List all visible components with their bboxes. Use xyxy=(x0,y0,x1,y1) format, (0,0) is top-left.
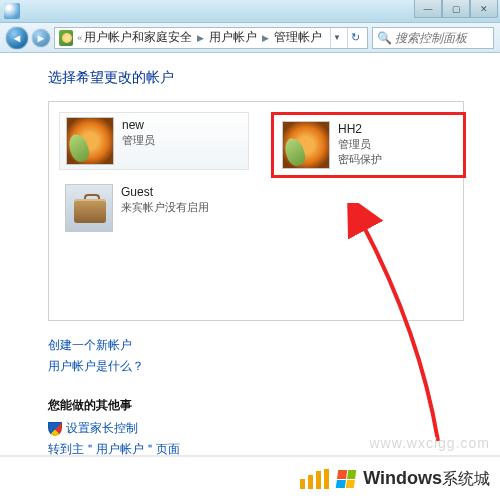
whatis-account-link[interactable]: 用户帐户是什么？ xyxy=(48,358,464,375)
footer-branding: Windows系统城 xyxy=(0,455,500,501)
account-role: 来宾帐户没有启用 xyxy=(121,200,209,215)
account-tile-guest[interactable]: Guest 来宾帐户没有启用 xyxy=(59,180,249,236)
account-tile-new[interactable]: new 管理员 xyxy=(59,112,249,170)
footer-brand-rest: 系统城 xyxy=(442,470,490,487)
watermark-text: www.wxclgg.com xyxy=(369,435,490,451)
content-pane: 选择希望更改的帐户 new 管理员 Guest 来宾帐户没有启用 HH2 管理员… xyxy=(0,53,500,501)
chevron-right-icon: ▶ xyxy=(259,33,272,43)
navigation-toolbar: ◄ ► « 用户帐户和家庭安全 ▶ 用户帐户 ▶ 管理帐户 ▼ ↻ 🔍 xyxy=(0,23,500,53)
shield-icon xyxy=(48,422,62,436)
accounts-panel: new 管理员 Guest 来宾帐户没有启用 HH2 管理员 密码保护 xyxy=(48,101,464,321)
account-text: Guest 来宾帐户没有启用 xyxy=(121,184,209,215)
account-tile-hh2[interactable]: HH2 管理员 密码保护 xyxy=(271,112,466,178)
refresh-button[interactable]: ↻ xyxy=(347,28,363,48)
search-input[interactable] xyxy=(395,31,489,45)
parental-control-link[interactable]: 设置家长控制 xyxy=(66,420,138,437)
footer-brand-bold: Windows xyxy=(363,468,442,488)
close-button[interactable]: ✕ xyxy=(470,0,498,18)
windows-logo-icon xyxy=(336,470,357,488)
account-role: 管理员 xyxy=(122,133,155,148)
nav-back-button[interactable]: ◄ xyxy=(6,27,28,49)
window-controls: — ▢ ✕ xyxy=(414,0,498,18)
account-text: HH2 管理员 密码保护 xyxy=(338,121,382,167)
address-dropdown-button[interactable]: ▼ xyxy=(330,28,343,48)
footer-bars-icon xyxy=(300,469,329,489)
breadcrumb[interactable]: « 用户帐户和家庭安全 ▶ 用户帐户 ▶ 管理帐户 xyxy=(77,29,322,46)
account-pwd: 密码保护 xyxy=(338,152,382,167)
crumb-sep-left: « xyxy=(77,33,82,43)
window-titlebar: — ▢ ✕ xyxy=(0,0,500,23)
search-box[interactable]: 🔍 xyxy=(372,27,494,49)
maximize-button[interactable]: ▢ xyxy=(442,0,470,18)
create-account-link[interactable]: 创建一个新帐户 xyxy=(48,337,464,354)
account-name: new xyxy=(122,117,155,133)
footer-brand-text: Windows系统城 xyxy=(363,468,490,490)
account-text: new 管理员 xyxy=(122,117,155,148)
other-things-title: 您能做的其他事 xyxy=(48,397,464,414)
avatar-flower-icon xyxy=(282,121,330,169)
crumb-2[interactable]: 用户帐户 xyxy=(209,29,257,46)
extra-links: 创建一个新帐户 用户帐户是什么？ xyxy=(48,337,464,375)
crumb-3[interactable]: 管理帐户 xyxy=(274,29,322,46)
avatar-suitcase-icon xyxy=(65,184,113,232)
account-name: Guest xyxy=(121,184,209,200)
avatar-flower-icon xyxy=(66,117,114,165)
search-icon: 🔍 xyxy=(377,31,392,45)
control-panel-icon xyxy=(59,30,73,46)
address-bar[interactable]: « 用户帐户和家庭安全 ▶ 用户帐户 ▶ 管理帐户 ▼ ↻ xyxy=(54,27,368,49)
nav-forward-button[interactable]: ► xyxy=(32,29,50,47)
account-name: HH2 xyxy=(338,121,382,137)
account-role: 管理员 xyxy=(338,137,382,152)
crumb-1[interactable]: 用户帐户和家庭安全 xyxy=(84,29,192,46)
chevron-right-icon: ▶ xyxy=(194,33,207,43)
titlebar-app-icon xyxy=(4,3,20,19)
page-title: 选择希望更改的帐户 xyxy=(48,69,464,87)
minimize-button[interactable]: — xyxy=(414,0,442,18)
